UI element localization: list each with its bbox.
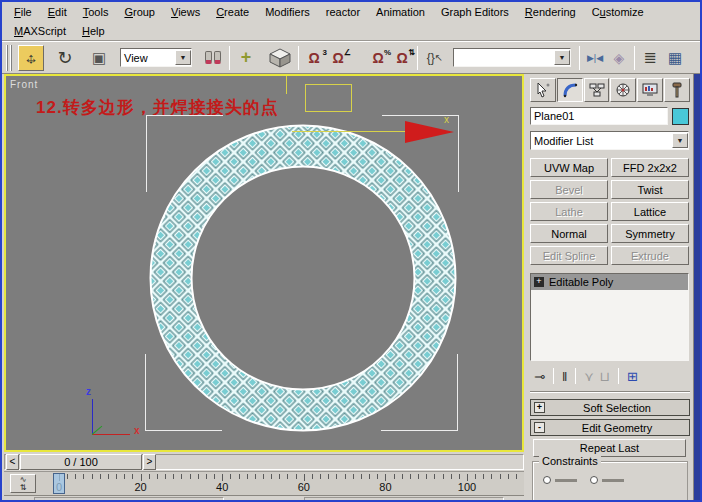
- menu-edit[interactable]: Edit: [40, 4, 75, 20]
- modify-icon: [562, 82, 578, 98]
- tab-display[interactable]: [637, 78, 663, 102]
- ruler-tick: [410, 474, 411, 479]
- toolbar-grip[interactable]: [10, 45, 12, 71]
- percent-snap-button[interactable]: Ω%: [366, 45, 390, 71]
- frame-label-80: 80: [379, 481, 391, 493]
- panel-scrollbar[interactable]: [693, 74, 701, 502]
- pin-stack-icon[interactable]: ⊸: [534, 369, 545, 384]
- expand-icon[interactable]: +: [534, 277, 544, 287]
- ruler-tick: [100, 474, 101, 479]
- current-frame-marker[interactable]: [53, 473, 65, 494]
- track-bar-ruler[interactable]: 020406080100: [4, 472, 524, 496]
- constraints-label: Constraints: [539, 455, 601, 467]
- ruler-tick: [459, 474, 460, 479]
- radio-button[interactable]: [543, 476, 551, 484]
- menu-file[interactable]: File: [6, 4, 40, 20]
- tab-motion[interactable]: [610, 78, 636, 102]
- show-end-result-icon[interactable]: ‖: [562, 369, 567, 384]
- toolbar-separator: [417, 46, 418, 70]
- use-pivot-center-button[interactable]: [200, 45, 226, 71]
- modifier-stack[interactable]: + Editable Poly: [530, 273, 689, 361]
- radio-button[interactable]: [590, 476, 598, 484]
- menu-rendering[interactable]: Rendering: [517, 4, 584, 20]
- ruler-tick: [83, 474, 84, 479]
- hierarchy-icon: [589, 82, 605, 98]
- menu-group[interactable]: Group: [116, 4, 163, 20]
- object-color-swatch[interactable]: [672, 108, 689, 125]
- snap-toggle-button[interactable]: Ω3: [302, 45, 326, 71]
- plane-object[interactable]: [305, 84, 352, 112]
- previous-frame-button[interactable]: <: [6, 454, 19, 470]
- chevron-down-icon[interactable]: ▼: [672, 133, 688, 148]
- menu-animation[interactable]: Animation: [368, 4, 433, 20]
- named-selection-sets-button[interactable]: {} ↖: [421, 45, 449, 71]
- object-name-field[interactable]: Plane01: [530, 107, 668, 125]
- command-panel-tabs: [530, 78, 690, 102]
- tab-hierarchy[interactable]: [584, 78, 610, 102]
- plus-icon[interactable]: +: [534, 402, 545, 413]
- spinner-snap-button[interactable]: Ω⇅: [390, 45, 414, 71]
- modifier-button-ffd-2x2x2[interactable]: FFD 2x2x2: [611, 158, 689, 177]
- next-frame-button[interactable]: >: [143, 454, 156, 470]
- minus-icon[interactable]: -: [534, 422, 545, 433]
- modifier-button-uvw-map[interactable]: UVW Map: [530, 158, 608, 177]
- ruler-tick: [141, 474, 142, 481]
- menu-graph-editors[interactable]: Graph Editors: [433, 4, 517, 20]
- viewport-label[interactable]: Front: [10, 79, 38, 90]
- rollout-edit-geometry[interactable]: - Edit Geometry: [530, 419, 690, 436]
- configure-modifier-sets-icon[interactable]: ⊞: [627, 369, 638, 384]
- modifier-button-normal[interactable]: Normal: [530, 224, 608, 243]
- time-slider-handle[interactable]: 0 / 100: [20, 454, 142, 470]
- tab-modify[interactable]: [557, 78, 583, 102]
- ruler-tick: [263, 474, 264, 479]
- align-button[interactable]: ◈: [607, 45, 631, 71]
- gizmo-x-axis-line[interactable]: [292, 131, 405, 132]
- modifier-button-twist[interactable]: Twist: [611, 180, 689, 199]
- tab-create[interactable]: [530, 78, 556, 102]
- rotate-tool-button[interactable]: ↻: [52, 45, 78, 71]
- toolbar-grip[interactable]: [6, 45, 8, 71]
- reference-coordsys-dropdown[interactable]: View ▼: [120, 48, 192, 67]
- motion-icon: [615, 82, 631, 98]
- cube-button[interactable]: [265, 45, 295, 71]
- ruler-tick: [451, 474, 452, 479]
- track-bar[interactable]: ∿ ⇅ 020406080100: [4, 472, 524, 496]
- ruler-tick: [377, 474, 378, 479]
- menu-tools[interactable]: Tools: [75, 4, 117, 20]
- menu-bar: FileEditToolsGroupViewsCreateModifiersre…: [2, 2, 700, 41]
- viewport-front[interactable]: Front 12.转多边形，并焊接接头的点: [4, 74, 524, 452]
- menu-modifiers[interactable]: Modifiers: [257, 4, 318, 20]
- ruler-tick: [206, 474, 207, 479]
- modifier-list-dropdown[interactable]: Modifier List ▼: [530, 131, 689, 150]
- menu-reactor[interactable]: reactor: [318, 4, 368, 20]
- ruler-tick: [426, 474, 427, 479]
- chevron-down-icon[interactable]: ▼: [554, 50, 570, 65]
- curve-editor-icon: ▦: [668, 49, 682, 67]
- move-tool-button[interactable]: ↔ ↕: [18, 45, 44, 71]
- ruler-tick: [336, 474, 337, 479]
- named-selection-dropdown[interactable]: ▼: [453, 48, 571, 67]
- ruler-tick: [190, 474, 191, 479]
- curve-editor-button[interactable]: ▦: [662, 45, 688, 71]
- frame-label-40: 40: [216, 481, 228, 493]
- menu-maxscript[interactable]: MAXScript: [6, 23, 74, 39]
- rollout-soft-selection[interactable]: + Soft Selection: [530, 399, 690, 416]
- ruler-tick: [255, 474, 256, 479]
- select-manipulate-button[interactable]: +: [233, 45, 259, 71]
- modifier-button-lattice[interactable]: Lattice: [611, 202, 689, 221]
- menu-help[interactable]: Help: [74, 23, 113, 39]
- angle-snap-button[interactable]: Ω∠: [326, 45, 350, 71]
- menu-customize[interactable]: Customize: [584, 4, 652, 20]
- ruler-tick: [165, 474, 166, 479]
- ruler-tick: [500, 474, 501, 479]
- chevron-down-icon[interactable]: ▼: [175, 50, 191, 65]
- mirror-button[interactable]: ▶|◀: [583, 45, 607, 71]
- modifier-button-lathe: Lathe: [530, 202, 608, 221]
- menu-create[interactable]: Create: [208, 4, 257, 20]
- tab-utilities[interactable]: [664, 78, 690, 102]
- scale-tool-button[interactable]: ▣: [86, 45, 112, 71]
- stack-item-editable-poly[interactable]: + Editable Poly: [531, 274, 688, 290]
- modifier-button-symmetry[interactable]: Symmetry: [611, 224, 689, 243]
- layer-manager-button[interactable]: ≣: [638, 45, 662, 71]
- menu-views[interactable]: Views: [163, 4, 208, 20]
